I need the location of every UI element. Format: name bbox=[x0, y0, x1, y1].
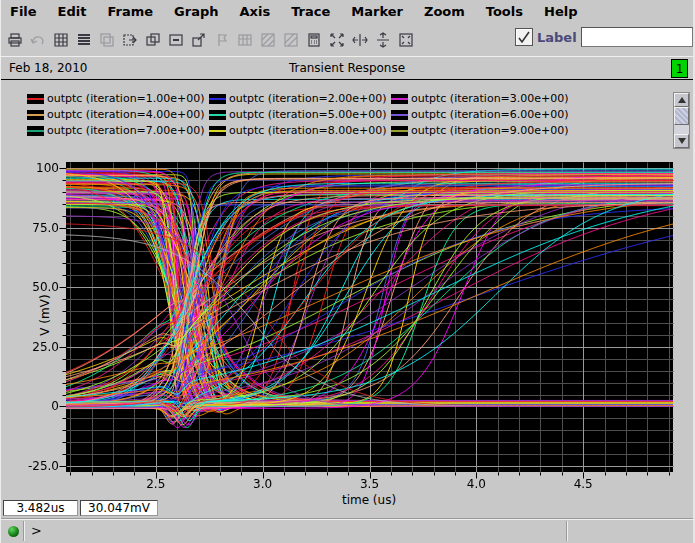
table-icon bbox=[234, 29, 256, 51]
y-tick-label: 75.0 bbox=[13, 221, 59, 235]
legend-swatch bbox=[391, 110, 408, 120]
annotate-icon bbox=[211, 29, 233, 51]
arrow-down-icon bbox=[678, 138, 686, 144]
waveform-plot: V (mV) time (us) 10075.050.025.00-25.02.… bbox=[1, 158, 695, 510]
legend-label: outptc (iteration=3.00e+00) bbox=[411, 92, 569, 105]
page-number-badge[interactable]: 1 bbox=[671, 59, 688, 78]
label-input[interactable] bbox=[581, 27, 693, 47]
legend-item-iteration-5[interactable]: outptc (iteration=5.00e+00) bbox=[209, 109, 391, 120]
console-prompt[interactable]: > bbox=[31, 523, 42, 538]
scrollbar-track[interactable] bbox=[674, 125, 689, 134]
page-title: Transient Response bbox=[1, 61, 693, 75]
menu-item-file[interactable]: File bbox=[10, 4, 37, 19]
legend-item-iteration-7[interactable]: outptc (iteration=7.00e+00) bbox=[27, 125, 209, 136]
y-tick-label: 25.0 bbox=[13, 340, 59, 354]
legend-label: outptc (iteration=9.00e+00) bbox=[411, 124, 569, 137]
menu-item-trace[interactable]: Trace bbox=[291, 4, 330, 19]
scrollbar-thumb[interactable] bbox=[674, 107, 689, 125]
legend-item-iteration-8[interactable]: outptc (iteration=8.00e+00) bbox=[209, 125, 391, 136]
legend-item-iteration-6[interactable]: outptc (iteration=6.00e+00) bbox=[391, 109, 573, 120]
grid-icon[interactable] bbox=[50, 29, 72, 51]
legend-swatch bbox=[27, 94, 44, 104]
toolbar: Label bbox=[1, 23, 693, 57]
x-tick-label: 3.5 bbox=[350, 477, 390, 491]
legend-label: outptc (iteration=7.00e+00) bbox=[47, 124, 205, 137]
y-tick-label: -25.0 bbox=[13, 459, 59, 473]
legend-item-iteration-9[interactable]: outptc (iteration=9.00e+00) bbox=[391, 125, 573, 136]
calculator-icon[interactable] bbox=[303, 29, 325, 51]
legend-label: outptc (iteration=8.00e+00) bbox=[229, 124, 387, 137]
swap-window-icon[interactable] bbox=[142, 29, 164, 51]
legend-swatch bbox=[27, 110, 44, 120]
detach-window-icon[interactable] bbox=[188, 29, 210, 51]
menu-item-marker[interactable]: Marker bbox=[351, 4, 403, 19]
menu-item-graph[interactable]: Graph bbox=[174, 4, 218, 19]
x-tick-label: 2.5 bbox=[136, 477, 176, 491]
overlay-icon bbox=[96, 29, 118, 51]
label-checkbox[interactable] bbox=[515, 28, 533, 46]
status-led-icon bbox=[8, 526, 19, 537]
check-icon bbox=[517, 30, 531, 44]
legend-item-iteration-3[interactable]: outptc (iteration=3.00e+00) bbox=[391, 93, 573, 104]
legend-swatch bbox=[391, 126, 408, 136]
legend-label: outptc (iteration=5.00e+00) bbox=[229, 108, 387, 121]
strips-icon[interactable] bbox=[73, 29, 95, 51]
legend-label: outptc (iteration=6.00e+00) bbox=[411, 108, 569, 121]
legend-label: outptc (iteration=2.00e+00) bbox=[229, 92, 387, 105]
console-divider bbox=[23, 521, 24, 541]
x-axis-title: time (us) bbox=[324, 493, 414, 507]
legend-scrollbar[interactable] bbox=[673, 92, 690, 149]
x-coordinate-readout: 3.482us bbox=[3, 500, 78, 516]
console-divider-right bbox=[566, 521, 567, 541]
legend-swatch bbox=[209, 94, 226, 104]
menu-item-frame[interactable]: Frame bbox=[107, 4, 153, 19]
legend-swatch bbox=[209, 126, 226, 136]
console-bar: > bbox=[1, 518, 693, 543]
legend-label: outptc (iteration=1.00e+00) bbox=[47, 92, 205, 105]
menu-item-tools[interactable]: Tools bbox=[486, 4, 523, 19]
legend-swatch bbox=[391, 94, 408, 104]
y-tick-label: 0 bbox=[13, 399, 59, 413]
split-right-icon[interactable] bbox=[119, 29, 141, 51]
legend-swatch bbox=[27, 126, 44, 136]
fit-y-icon[interactable] bbox=[372, 29, 394, 51]
plot-canvas[interactable] bbox=[54, 158, 686, 484]
graph-header: Feb 18, 2010 Transient Response 1 bbox=[1, 57, 693, 80]
legend-item-iteration-4[interactable]: outptc (iteration=4.00e+00) bbox=[27, 109, 209, 120]
menu-item-axis[interactable]: Axis bbox=[240, 4, 271, 19]
x-tick-label: 4.5 bbox=[563, 477, 603, 491]
scroll-up-button[interactable] bbox=[674, 93, 689, 107]
fit-icon[interactable] bbox=[326, 29, 348, 51]
menu-item-edit[interactable]: Edit bbox=[58, 4, 87, 19]
cross-probe-icon bbox=[257, 29, 279, 51]
legend-item-iteration-2[interactable]: outptc (iteration=2.00e+00) bbox=[209, 93, 391, 104]
legend-swatch bbox=[209, 110, 226, 120]
zoom-fit-icon[interactable] bbox=[395, 29, 417, 51]
menu-item-zoom[interactable]: Zoom bbox=[424, 4, 465, 19]
collapse-window-icon[interactable] bbox=[165, 29, 187, 51]
y-coordinate-readout: 30.047mV bbox=[80, 500, 158, 516]
x-tick-label: 4.0 bbox=[456, 477, 496, 491]
menu-bar: FileEditFrameGraphAxisTraceMarkerZoomToo… bbox=[1, 0, 693, 23]
y-tick-label: 50.0 bbox=[13, 280, 59, 294]
print-icon[interactable] bbox=[4, 29, 26, 51]
fit-x-icon[interactable] bbox=[349, 29, 371, 51]
trace-legend: outptc (iteration=1.00e+00)outptc (itera… bbox=[27, 93, 667, 136]
label-group: Label bbox=[515, 27, 693, 47]
mask-icon bbox=[280, 29, 302, 51]
arrow-up-icon bbox=[678, 97, 686, 103]
scroll-down-button[interactable] bbox=[674, 134, 689, 148]
menu-item-help[interactable]: Help bbox=[544, 4, 577, 19]
y-tick-label: 100 bbox=[13, 161, 59, 175]
legend-label: outptc (iteration=4.00e+00) bbox=[47, 108, 205, 121]
x-tick-label: 3.0 bbox=[243, 477, 283, 491]
legend-item-iteration-1[interactable]: outptc (iteration=1.00e+00) bbox=[27, 93, 209, 104]
undo-icon bbox=[27, 29, 49, 51]
label-checkbox-label: Label bbox=[537, 30, 577, 45]
